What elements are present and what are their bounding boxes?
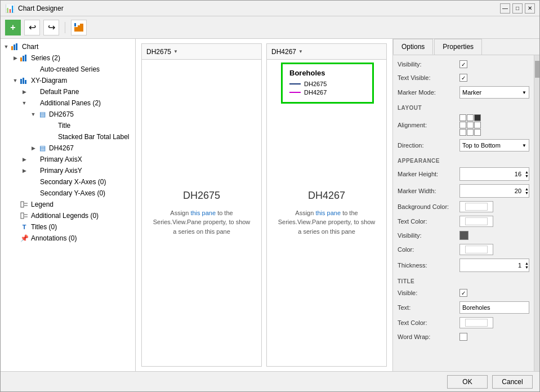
props-content: Visibility: Text Visible: <box>393 55 534 371</box>
svg-rect-7 <box>20 57 22 61</box>
text-color2-picker[interactable] <box>459 317 493 328</box>
ok-button[interactable]: OK <box>447 375 488 389</box>
default-pane-icon <box>29 87 38 96</box>
thickness-up[interactable]: ▲ <box>525 261 529 265</box>
direction-dropdown[interactable]: Top to Bottom ▼ <box>459 139 529 152</box>
align-cell-2[interactable] <box>467 114 474 121</box>
tree-item-secondary-x[interactable]: ▶ Secondary X-Axes (0) <box>1 176 135 188</box>
word-wrap-checkbox[interactable] <box>459 333 467 341</box>
tree-item-legend[interactable]: ▶ Legend <box>1 199 135 210</box>
marker-mode-dropdown[interactable]: Marker ▼ <box>459 86 529 99</box>
tree-item-dh4267-pane[interactable]: ▶ ▤ DH4267 <box>1 142 135 154</box>
prop-marker-height: Marker Height: 16 ▲ ▼ <box>398 166 529 182</box>
text-color-label: Text Color: <box>398 218 459 225</box>
secondary-x-icon <box>29 177 38 186</box>
tree-item-secondary-y[interactable]: ▶ Secondary Y-Axes (0) <box>1 188 135 199</box>
text-input[interactable]: Boreholes <box>459 301 529 314</box>
dh4267-pane-icon: ▤ <box>38 144 47 153</box>
tab-options[interactable]: Options <box>393 39 433 55</box>
tree-item-auto-series[interactable]: ▶ Auto-created Series <box>1 64 135 75</box>
align-cell-8[interactable] <box>467 129 474 136</box>
align-cell-7[interactable] <box>459 129 466 136</box>
marker-width-value: 20 <box>460 185 524 197</box>
tab-properties[interactable]: Properties <box>434 39 482 55</box>
marker-height-spin[interactable]: 16 ▲ ▼ <box>459 167 529 181</box>
pane-dropdown-dh4267[interactable]: ▼ <box>298 49 303 54</box>
tree-item-series[interactable]: ▶ Series (2) <box>1 52 135 64</box>
thickness-down[interactable]: ▼ <box>525 265 529 269</box>
marker-height-value: 16 <box>460 168 524 180</box>
pane-name-dh2675: DH2675 <box>183 190 220 202</box>
tree-label-primary-axisy: Primary AxisY <box>40 167 82 175</box>
tree-item-primary-axisy[interactable]: ▶ Primary AxisY <box>1 165 135 176</box>
tree-label-xydiagram: XY-Diagram <box>31 77 67 84</box>
tree-item-stacked-label[interactable]: ▶ Stacked Bar Total Label <box>1 131 135 142</box>
align-cell-3[interactable] <box>474 114 481 121</box>
redo-button[interactable]: ↪ <box>43 20 59 35</box>
tree-item-additional-panes[interactable]: ▼ Additional Panes (2) <box>1 97 135 109</box>
cancel-button[interactable]: Cancel <box>492 375 533 389</box>
tree-item-primary-axisx[interactable]: ▶ Primary AxisX <box>1 154 135 165</box>
svg-rect-3 <box>74 23 76 26</box>
section-title: TITLE <box>398 274 529 286</box>
prop-marker-mode: Marker Mode: Marker ▼ <box>398 84 529 100</box>
visible-checkbox[interactable] <box>459 289 467 297</box>
marker-mode-arrow: ▼ <box>522 90 526 95</box>
tree-label-secondary-y: Secondary Y-Axes (0) <box>40 189 105 197</box>
text-visible-label: Text Visible: <box>398 74 459 81</box>
prop-text: Text: Boreholes <box>398 300 529 315</box>
undo-button[interactable]: ↩ <box>24 20 40 35</box>
tree-label-secondary-x: Secondary X-Axes (0) <box>40 178 106 186</box>
props-panel: Options Properties Visibility: <box>393 39 539 371</box>
close-button[interactable]: ✕ <box>525 3 535 14</box>
thickness-spinbtn[interactable]: ▲ ▼ <box>525 261 529 269</box>
tree-item-title[interactable]: ▶ Title <box>1 120 135 131</box>
thickness-spin[interactable]: 1 ▲ ▼ <box>459 259 529 272</box>
maximize-button[interactable]: □ <box>512 3 523 14</box>
bg-color-picker[interactable] <box>459 201 493 212</box>
svg-rect-0 <box>74 27 78 32</box>
visibility-checkbox[interactable] <box>459 60 467 68</box>
align-cell-6[interactable] <box>474 122 481 128</box>
tree-item-annotations[interactable]: ▶ 📌 Annotations (0) <box>1 233 135 244</box>
primary-axisx-icon <box>29 155 38 164</box>
align-cell-9[interactable] <box>474 129 481 136</box>
tree-item-xydiagram[interactable]: ▼ XY-Diagram <box>1 75 135 86</box>
alignment-grid[interactable] <box>459 114 481 136</box>
scrollbar-thumb[interactable] <box>535 61 539 78</box>
toolbar-separator <box>65 22 65 33</box>
svg-rect-4 <box>11 46 13 50</box>
prop-thickness: Thickness: 1 ▲ ▼ <box>398 257 529 274</box>
color-picker[interactable] <box>459 244 493 255</box>
text-visible-checkbox[interactable] <box>459 74 467 82</box>
title-bar-buttons: — □ ✕ <box>500 3 535 14</box>
marker-height-down[interactable]: ▼ <box>525 174 529 178</box>
pane-dropdown-dh2675[interactable]: ▼ <box>173 49 178 54</box>
tree-item-titles[interactable]: ▶ T Titles (0) <box>1 221 135 233</box>
tree-item-default-pane[interactable]: ▶ Default Pane <box>1 86 135 97</box>
marker-height-up[interactable]: ▲ <box>525 170 529 174</box>
wizard-button[interactable] <box>71 20 87 35</box>
legend-box[interactable]: Boreholes DH2675 DH4267 <box>281 63 374 104</box>
align-cell-1[interactable] <box>459 114 466 121</box>
minimize-button[interactable]: — <box>500 3 510 14</box>
toolbar: + ↩ ↪ <box>1 16 539 39</box>
dh2675-pane-icon: ▤ <box>38 110 47 119</box>
pane-body-dh4267: DH4267 Assign this pane to the Series.Vi… <box>267 60 386 366</box>
marker-width-up[interactable]: ▲ <box>525 187 529 191</box>
add-button[interactable]: + <box>5 20 21 35</box>
annotations-icon: 📌 <box>20 234 29 243</box>
marker-width-spin[interactable]: 20 ▲ ▼ <box>459 184 529 198</box>
marker-width-down[interactable]: ▼ <box>525 191 529 195</box>
marker-width-spinbtn[interactable]: ▲ ▼ <box>525 187 529 195</box>
tree-item-dh2675-pane[interactable]: ▼ ▤ DH2675 <box>1 109 135 120</box>
align-cell-4[interactable] <box>459 122 466 128</box>
align-cell-5[interactable] <box>467 122 474 128</box>
svg-rect-10 <box>20 79 22 84</box>
tree-item-additional-legends[interactable]: ▶ Additional Legends (0) <box>1 210 135 221</box>
text-color-picker[interactable] <box>459 216 493 227</box>
marker-height-spinbtn[interactable]: ▲ ▼ <box>525 170 529 178</box>
tree-item-chart[interactable]: ▼ Chart <box>1 41 135 52</box>
svg-rect-2 <box>80 24 83 32</box>
props-scrollbar[interactable] <box>534 55 539 371</box>
